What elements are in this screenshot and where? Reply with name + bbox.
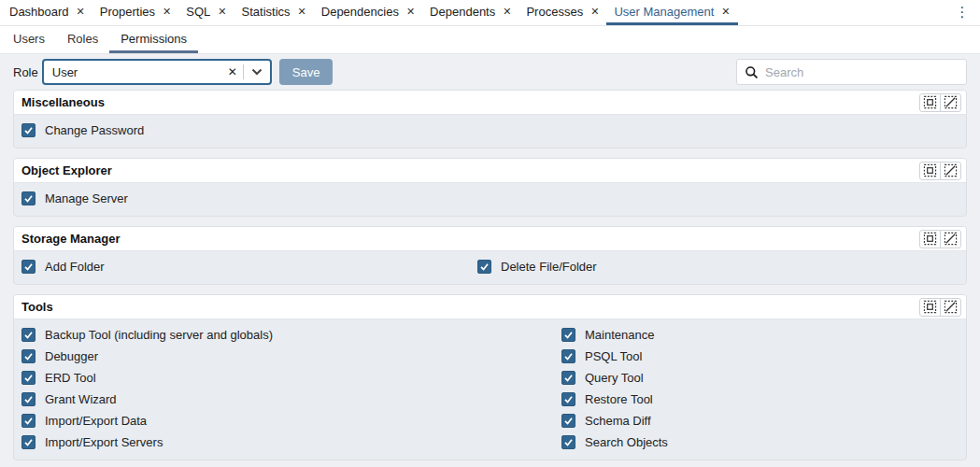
section-header: Object Explorer (14, 159, 966, 183)
checkbox-checked-icon[interactable] (21, 392, 36, 406)
search-input[interactable] (765, 65, 959, 79)
deselect-all-icon (944, 300, 958, 314)
tab-processes[interactable]: Processes ✕ (518, 0, 606, 25)
select-all-icon (923, 95, 937, 109)
tab-close-icon[interactable]: ✕ (721, 7, 730, 17)
deselect-all-button[interactable] (940, 93, 961, 112)
checkmark-icon (563, 437, 574, 447)
checkmark-icon (563, 394, 574, 404)
permission-item[interactable]: Delete File/Folder (477, 256, 959, 277)
save-button[interactable]: Save (279, 59, 334, 85)
deselect-all-button[interactable] (940, 162, 961, 180)
tab-statistics[interactable]: Statistics ✕ (234, 0, 314, 25)
tab-close-icon[interactable]: ✕ (218, 7, 226, 17)
permission-item[interactable]: Add Folder (21, 256, 477, 277)
tab-close-icon[interactable]: ✕ (503, 7, 511, 17)
search-box[interactable] (736, 59, 967, 85)
checkbox-checked-icon[interactable] (561, 328, 575, 342)
section-actions (919, 298, 961, 317)
tab-label: Dashboard (9, 5, 69, 19)
select-all-icon (923, 300, 937, 314)
checkmark-icon (563, 351, 574, 361)
permission-label: Schema Diff (585, 414, 651, 428)
role-label: Role (13, 65, 38, 79)
checkbox-checked-icon[interactable] (561, 392, 575, 406)
permission-item[interactable]: Restore Tool (561, 389, 959, 410)
tab-label: Statistics (242, 5, 291, 19)
subtab-users[interactable]: Users (2, 26, 56, 53)
permission-item[interactable]: ERD Tool (21, 367, 561, 389)
permission-item[interactable]: Debugger (21, 346, 561, 367)
tab-user-management[interactable]: User Management ✕ (606, 0, 737, 25)
permission-label: Query Tool (585, 371, 644, 385)
chevron-down-icon[interactable] (244, 68, 270, 76)
section-actions (919, 162, 961, 180)
select-all-button[interactable] (919, 93, 941, 112)
tab-close-icon[interactable]: ✕ (77, 7, 85, 17)
tab-close-icon[interactable]: ✕ (298, 7, 306, 17)
deselect-all-button[interactable] (940, 230, 961, 248)
checkbox-checked-icon[interactable] (21, 371, 36, 385)
deselect-all-icon (944, 232, 958, 246)
role-combobox[interactable]: ✕ (42, 59, 272, 85)
checkbox-checked-icon[interactable] (21, 414, 36, 428)
permission-item[interactable]: Search Objects (561, 432, 959, 453)
deselect-all-icon (944, 95, 958, 109)
section-actions (919, 230, 961, 248)
permission-item[interactable]: Backup Tool (including server and global… (21, 324, 561, 346)
select-all-button[interactable] (919, 298, 941, 317)
checkbox-checked-icon[interactable] (21, 191, 36, 205)
checkbox-checked-icon[interactable] (477, 260, 491, 274)
permission-label: Restore Tool (585, 392, 653, 406)
clear-icon[interactable]: ✕ (222, 66, 243, 78)
select-all-button[interactable] (919, 230, 941, 248)
permission-sections: Miscellaneous (0, 90, 980, 460)
tab-dashboard[interactable]: Dashboard ✕ (2, 0, 92, 25)
checkmark-icon (23, 351, 34, 361)
tab-label: Dependents (430, 5, 495, 19)
kebab-menu-icon[interactable]: ⋮ (952, 2, 973, 22)
tab-dependents[interactable]: Dependents ✕ (422, 0, 518, 25)
select-all-button[interactable] (919, 162, 941, 180)
tab-dependencies[interactable]: Dependencies ✕ (314, 0, 422, 25)
permission-label: Manage Server (45, 191, 128, 205)
checkbox-checked-icon[interactable] (21, 123, 36, 137)
permission-item[interactable]: Schema Diff (561, 410, 959, 432)
checkbox-checked-icon[interactable] (561, 349, 575, 363)
section-title: Miscellaneous (21, 95, 105, 109)
select-all-icon (923, 232, 937, 246)
subtab-permissions[interactable]: Permissions (109, 26, 198, 53)
checkbox-checked-icon[interactable] (561, 414, 575, 428)
subtab-roles[interactable]: Roles (56, 26, 109, 53)
permission-label: Import/Export Servers (45, 435, 163, 449)
checkbox-checked-icon[interactable] (21, 435, 36, 449)
checkbox-checked-icon[interactable] (21, 260, 36, 274)
deselect-all-button[interactable] (940, 298, 961, 317)
section-body: Backup Tool (including server and global… (14, 319, 966, 460)
role-input[interactable] (44, 65, 222, 79)
tab-close-icon[interactable]: ✕ (406, 7, 415, 17)
permission-item[interactable]: Import/Export Data (21, 410, 561, 432)
checkbox-checked-icon[interactable] (561, 371, 575, 385)
deselect-all-icon (944, 163, 958, 177)
permission-item[interactable]: Manage Server (21, 188, 959, 209)
checkmark-icon (479, 262, 490, 272)
checkbox-checked-icon[interactable] (21, 349, 36, 363)
checkbox-checked-icon[interactable] (21, 328, 36, 342)
permission-item[interactable]: Maintenance (561, 324, 959, 346)
checkmark-icon (23, 394, 34, 404)
checkbox-checked-icon[interactable] (561, 435, 575, 449)
tab-close-icon[interactable]: ✕ (590, 7, 599, 17)
tab-label: Dependencies (321, 5, 399, 19)
tab-sql[interactable]: SQL ✕ (178, 0, 234, 25)
permission-item[interactable]: Query Tool (561, 367, 959, 389)
tab-close-icon[interactable]: ✕ (163, 7, 171, 17)
permission-item[interactable]: PSQL Tool (561, 346, 959, 367)
tab-properties[interactable]: Properties ✕ (92, 0, 178, 25)
permission-item[interactable]: Grant Wizard (21, 389, 561, 410)
section-body: Add Folder Delete File/Folder (14, 251, 966, 284)
permission-item[interactable]: Change Password (21, 120, 959, 141)
section-title: Storage Manager (21, 232, 120, 246)
permission-item[interactable]: Import/Export Servers (21, 432, 561, 453)
permission-label: Backup Tool (including server and global… (45, 328, 273, 342)
